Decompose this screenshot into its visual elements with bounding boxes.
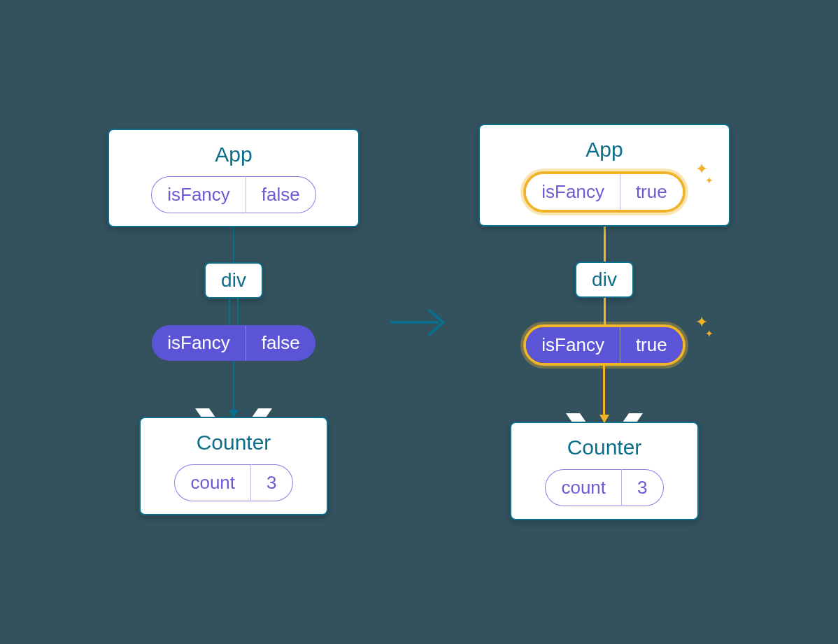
prop-wrap-after: isFancy true: [523, 324, 685, 422]
state-key: count: [545, 469, 621, 506]
prop-pill-after: isFancy true: [523, 324, 685, 366]
state-value: false: [246, 176, 316, 213]
after-column: App isFancy true div isFancy true: [478, 124, 730, 520]
state-value: 3: [622, 469, 663, 506]
counter-title: Counter: [197, 431, 271, 455]
transition-arrow-icon: [388, 305, 450, 340]
prop-value: true: [620, 327, 683, 363]
state-key: isFancy: [526, 174, 620, 210]
div-node-after: div: [575, 262, 634, 298]
counter-state-pill-preserved: count 3: [545, 469, 663, 506]
app-title: App: [585, 138, 623, 162]
state-preservation-diagram: App isFancy false div isFancy false Coun…: [108, 124, 730, 520]
prop-wrap-before: isFancy false: [152, 325, 315, 417]
prop-key: isFancy: [152, 325, 246, 361]
app-node-after: App isFancy true: [478, 124, 730, 227]
app-node-before: App isFancy false: [108, 129, 360, 227]
connector: [233, 227, 234, 262]
connector: [229, 299, 239, 325]
state-key: count: [174, 464, 250, 501]
prop-key: isFancy: [526, 327, 620, 363]
counter-node-before: Counter count 3: [139, 417, 328, 515]
arrow-down-icon: [233, 361, 234, 417]
prop-value: false: [246, 325, 315, 361]
prop-pill-before: isFancy false: [152, 325, 315, 361]
counter-title: Counter: [567, 436, 642, 459]
before-column: App isFancy false div isFancy false Coun…: [108, 129, 360, 515]
counter-node-after: Counter count 3: [510, 422, 699, 520]
counter-state-pill: count 3: [174, 464, 292, 501]
div-node-before: div: [204, 262, 263, 299]
app-state-pill: isFancy false: [151, 176, 316, 213]
state-value: true: [620, 174, 683, 210]
app-title: App: [215, 143, 252, 166]
app-state-pill-changed: isFancy true: [523, 171, 685, 213]
connector: [604, 227, 606, 262]
state-key: isFancy: [151, 176, 246, 213]
state-value: 3: [251, 464, 292, 501]
arrow-down-icon: [603, 366, 605, 422]
connector: [604, 298, 606, 324]
